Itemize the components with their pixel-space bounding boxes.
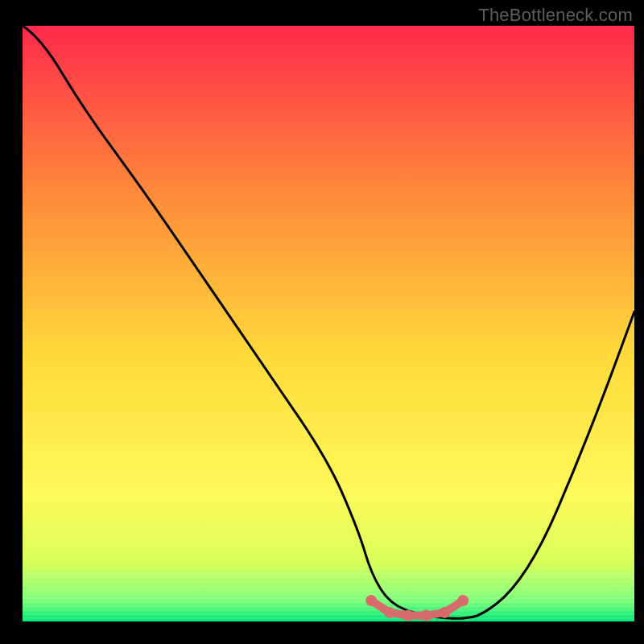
svg-rect-11 (23, 617, 634, 619)
svg-rect-4 (23, 589, 634, 591)
svg-rect-8 (23, 605, 634, 607)
svg-rect-6 (23, 597, 634, 599)
optimal-marker (421, 610, 432, 621)
svg-rect-9 (23, 609, 634, 611)
svg-rect-3 (23, 585, 634, 587)
optimal-marker (457, 595, 469, 606)
svg-rect-5 (23, 593, 634, 595)
optimal-marker (439, 607, 450, 618)
svg-rect-10 (23, 613, 634, 615)
svg-rect-7 (23, 601, 634, 603)
plot-background (23, 26, 634, 621)
optimal-marker (365, 595, 377, 606)
svg-rect-0 (23, 573, 634, 575)
bottleneck-chart (0, 0, 644, 644)
optimal-marker (384, 607, 395, 618)
svg-rect-1 (23, 577, 634, 579)
chart-stage: TheBottleneck.com (0, 0, 644, 644)
optimal-marker (402, 610, 414, 621)
watermark-text: TheBottleneck.com (478, 5, 633, 26)
svg-rect-2 (23, 581, 634, 583)
